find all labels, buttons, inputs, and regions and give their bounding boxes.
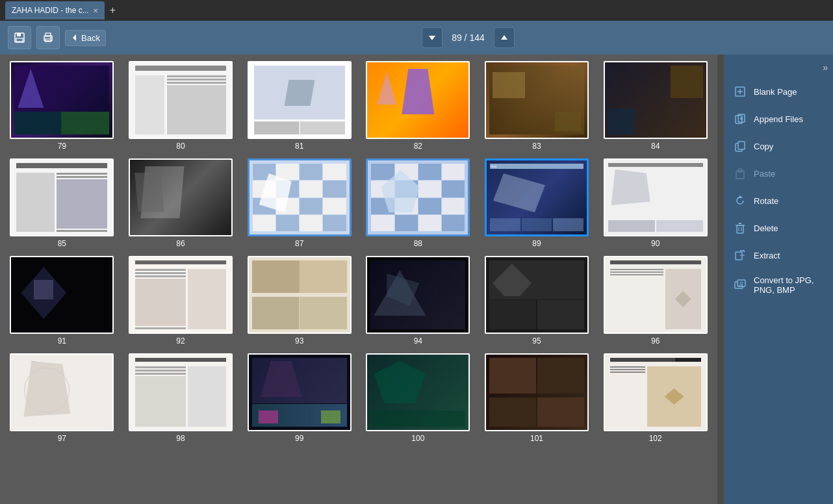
page-num-102: 102 <box>649 434 662 443</box>
page-thumbnail-95[interactable]: 95 <box>481 256 593 346</box>
svg-point-6 <box>50 37 51 38</box>
right-sidebar: » Blank Page Append Files <box>724 55 833 504</box>
svg-marker-7 <box>73 34 76 41</box>
new-tab-button[interactable]: + <box>107 5 118 16</box>
convert-label: Convert to JPG, PNG, BMP <box>754 275 824 295</box>
page-thumbnail-102[interactable]: 102 <box>600 353 711 443</box>
page-num-86: 86 <box>176 239 185 248</box>
paste-label: Paste <box>754 169 775 179</box>
page-num-87: 87 <box>295 239 303 248</box>
page-num-79: 79 <box>58 142 66 151</box>
svg-rect-22 <box>737 225 743 233</box>
page-num-91: 91 <box>58 336 66 346</box>
back-button[interactable]: Back <box>65 30 106 46</box>
page-num-80: 80 <box>176 142 185 151</box>
sidebar-item-blank-page[interactable]: Blank Page <box>724 78 833 105</box>
page-thumbnail-82[interactable]: 82 <box>363 61 474 151</box>
sidebar-item-rotate[interactable]: Rotate <box>724 187 833 214</box>
page-thumbnail-98[interactable]: 98 <box>125 353 237 443</box>
page-thumbnail-94[interactable]: 94 <box>363 256 474 346</box>
page-thumbnail-81[interactable]: 81 <box>244 61 355 151</box>
extract-icon <box>733 248 747 262</box>
page-num-99: 99 <box>295 434 303 443</box>
page-num-82: 82 <box>414 142 422 151</box>
rotate-icon <box>733 194 747 208</box>
page-num-85: 85 <box>58 239 66 248</box>
sidebar-item-paste[interactable]: Paste <box>724 160 833 187</box>
page-thumbnail-79[interactable]: 79 <box>6 61 118 151</box>
page-thumbnail-96[interactable]: 96 <box>600 256 711 346</box>
paste-icon <box>733 166 747 181</box>
page-down-button[interactable] <box>422 27 442 48</box>
toolbar: Back 89 / 144 <box>0 21 833 55</box>
blank-page-icon <box>733 84 747 99</box>
thumbnail-grid: 79 80 <box>0 55 717 504</box>
page-thumbnail-80[interactable]: 80 <box>125 61 237 151</box>
page-num-83: 83 <box>532 142 541 151</box>
svg-rect-2 <box>16 38 23 42</box>
page-up-button[interactable] <box>494 27 515 48</box>
rotate-label: Rotate <box>754 196 778 206</box>
blank-page-label: Blank Page <box>754 87 797 97</box>
page-navigation: 89 / 144 <box>422 27 515 48</box>
page-num-97: 97 <box>58 434 66 443</box>
page-thumbnail-100[interactable]: 100 <box>363 353 474 443</box>
page-num-84: 84 <box>651 142 660 151</box>
page-thumbnail-84[interactable]: 84 <box>600 61 711 151</box>
title-bar: ZAHA HADID - the c... ✕ + <box>0 0 833 21</box>
page-num-96: 96 <box>651 336 660 346</box>
append-files-icon <box>733 112 747 126</box>
copy-icon <box>733 139 747 153</box>
svg-marker-8 <box>429 36 435 40</box>
page-thumbnail-90[interactable]: 90 <box>600 158 711 248</box>
svg-rect-1 <box>17 33 21 36</box>
page-thumbnail-99[interactable]: 99 <box>244 353 355 443</box>
page-num-81: 81 <box>295 142 303 151</box>
sidebar-item-append-files[interactable]: Append Files <box>724 105 833 132</box>
tab-close-button[interactable]: ✕ <box>93 7 98 14</box>
svg-rect-18 <box>738 142 745 149</box>
page-thumbnail-91[interactable]: 91 <box>6 256 118 346</box>
page-thumbnail-97[interactable]: 97 <box>6 353 118 443</box>
page-num-101: 101 <box>530 434 543 443</box>
active-tab[interactable]: ZAHA HADID - the c... ✕ <box>5 1 105 19</box>
page-info: 89 / 144 <box>446 32 490 43</box>
page-num-100: 100 <box>411 434 424 443</box>
page-thumbnail-92[interactable]: 92 <box>125 256 237 346</box>
save-button[interactable] <box>8 26 31 49</box>
sidebar-item-convert[interactable]: Convert to JPG, PNG, BMP <box>724 269 833 301</box>
scrollbar[interactable] <box>717 55 724 504</box>
page-thumbnail-83[interactable]: 83 <box>481 61 593 151</box>
svg-rect-5 <box>45 39 51 42</box>
sidebar-toggle: » <box>724 60 833 78</box>
sidebar-item-delete[interactable]: Delete <box>724 214 833 242</box>
page-thumbnail-86[interactable]: 86 <box>125 158 237 248</box>
page-thumbnail-85[interactable]: 85 <box>6 158 118 248</box>
svg-marker-9 <box>501 35 507 40</box>
sidebar-collapse-button[interactable]: » <box>823 62 828 73</box>
copy-label: Copy <box>754 142 773 151</box>
back-label: Back <box>81 33 100 43</box>
page-num-95: 95 <box>532 336 541 346</box>
delete-label: Delete <box>754 223 778 233</box>
append-files-label: Append Files <box>754 114 803 124</box>
print-button[interactable] <box>36 26 60 49</box>
page-thumbnail-93[interactable]: 93 <box>244 256 355 346</box>
convert-icon <box>733 278 747 292</box>
delete-icon <box>733 221 747 235</box>
page-num-88: 88 <box>414 239 422 248</box>
extract-label: Extract <box>754 251 780 260</box>
page-num-90: 90 <box>651 239 660 248</box>
page-thumbnail-88[interactable]: 88 <box>363 158 474 248</box>
page-num-94: 94 <box>414 336 422 346</box>
page-num-98: 98 <box>176 434 185 443</box>
main-content: 79 80 <box>0 55 833 504</box>
page-num-93: 93 <box>295 336 303 346</box>
page-thumbnail-89[interactable]: text 89 <box>481 158 593 248</box>
svg-marker-21 <box>737 195 743 198</box>
sidebar-item-copy[interactable]: Copy <box>724 132 833 160</box>
page-num-92: 92 <box>176 336 185 346</box>
page-thumbnail-101[interactable]: 101 <box>481 353 593 443</box>
sidebar-item-extract[interactable]: Extract <box>724 242 833 269</box>
page-thumbnail-87[interactable]: 87 <box>244 158 355 248</box>
